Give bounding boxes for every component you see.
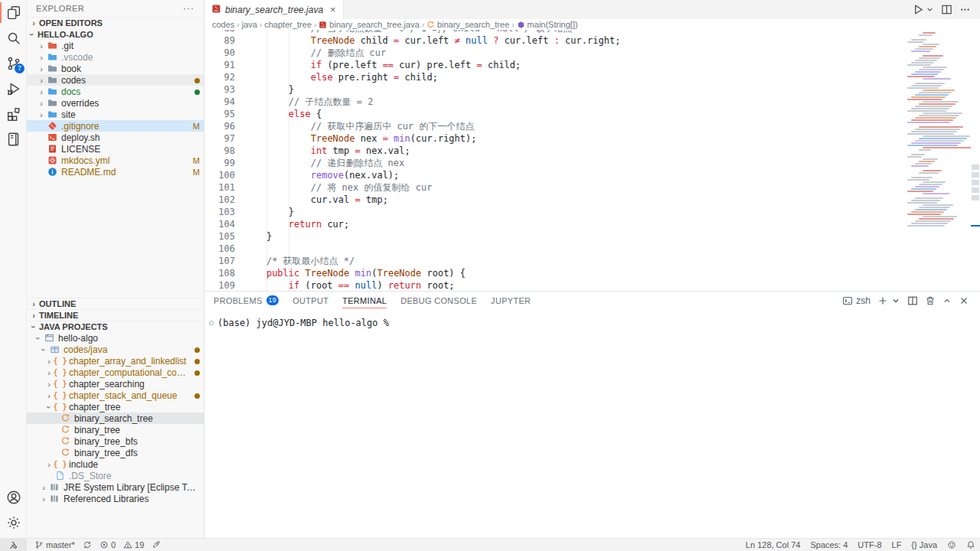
panel-tab-jupyter[interactable]: JUPYTER	[491, 292, 531, 309]
status-notifications[interactable]	[966, 540, 975, 549]
build-tools-indicator[interactable]	[0, 539, 27, 551]
java-icon	[318, 21, 327, 29]
timeline-header[interactable]: › TIMELINE	[27, 309, 204, 321]
terminal-shell-selector[interactable]: zsh	[842, 295, 871, 306]
line-number: 88	[204, 30, 235, 34]
kill-terminal-button[interactable]	[925, 295, 936, 306]
panel-tab-problems[interactable]: PROBLEMS19	[214, 292, 279, 309]
more-actions-button[interactable]	[959, 4, 971, 15]
breadcrumb-separator: ›	[511, 21, 514, 29]
file-mkdocs-yml[interactable]: mkdocs.ymlM	[27, 155, 204, 166]
close-icon[interactable]: ×	[330, 4, 336, 15]
status-java-mode[interactable]	[152, 540, 161, 549]
breadcrumb-main-string-[interactable]: main(String[])	[517, 20, 578, 29]
item-label: deploy.sh	[61, 132, 200, 143]
breadcrumb-label: codes	[212, 20, 234, 29]
breadcrumb-codes[interactable]: codes	[212, 20, 234, 29]
file-readme-md[interactable]: README.mdM	[27, 166, 204, 178]
java-item--ds-store[interactable]: .DS_Store	[27, 470, 204, 481]
run-dropdown-button[interactable]	[926, 5, 934, 14]
line-number: 102	[204, 194, 235, 205]
breadcrumb-chapter-tree[interactable]: chapter_tree	[264, 20, 312, 29]
java-item-chapter-stack-and-queue[interactable]: ›{ }chapter_stack_and_queue	[27, 390, 204, 401]
run-button[interactable]	[913, 4, 924, 15]
java-item-chapter-searching[interactable]: ›{ }chapter_searching	[27, 378, 204, 390]
split-editor-button[interactable]	[941, 4, 952, 15]
project-root-header[interactable]: › HELLO-ALGO	[27, 28, 204, 40]
code-line-100: 100 remove(nex.val);	[204, 169, 907, 181]
tab-binary-search-tree-java[interactable]: binary_search_tree.java ×	[204, 0, 344, 19]
panel-tab-terminal[interactable]: TERMINAL	[342, 292, 387, 309]
terminal-dropdown-button[interactable]	[891, 296, 900, 305]
folder-icon	[47, 64, 58, 74]
file-book[interactable]: ›book	[27, 63, 204, 74]
file--git[interactable]: ›.git	[27, 40, 204, 51]
chevron-right-icon: ›	[36, 110, 47, 119]
java-item-include[interactable]: ›{ }include	[27, 458, 204, 470]
status-errors[interactable]: 0	[100, 540, 116, 549]
breadcrumb-binary-search-tree-java[interactable]: binary_search_tree.java	[318, 20, 419, 29]
status-warnings[interactable]: 19	[123, 540, 144, 549]
status-encoding[interactable]: UTF-8	[858, 540, 881, 549]
status-feedback[interactable]	[947, 540, 956, 549]
yml-icon	[47, 155, 57, 165]
panel-tab-debug-console[interactable]: DEBUG CONSOLE	[400, 292, 477, 309]
status-sync[interactable]	[83, 540, 92, 549]
java-item-chapter-tree[interactable]: ›{ }chapter_tree	[27, 401, 204, 412]
item-label: .gitignore	[61, 121, 187, 132]
java-item-binary-tree-bfs[interactable]: binary_tree_bfs	[27, 435, 204, 447]
breadcrumb-label: binary_search_tree.java	[329, 20, 419, 29]
split-terminal-button[interactable]	[907, 295, 918, 306]
java-item-referenced-libraries[interactable]: ›Referenced Libraries	[27, 493, 204, 504]
terminal-content[interactable]: (base) jyd@JYD-MBP hello-algo %	[209, 318, 980, 328]
java-item-chapter-array-and-linkedlist[interactable]: ›{ }chapter_array_and_linkedlist	[27, 355, 204, 367]
file-license[interactable]: LICENSE	[27, 143, 204, 155]
close-panel-button[interactable]	[959, 295, 969, 306]
status-eol[interactable]: LF	[892, 540, 902, 549]
file-site[interactable]: ›site	[27, 109, 204, 120]
project-icon	[44, 333, 55, 344]
file--gitignore[interactable]: .gitignoreM	[27, 120, 204, 132]
java-item-binary-tree-dfs[interactable]: binary_tree_dfs	[27, 447, 204, 458]
open-editors-header[interactable]: › OPEN EDITORS	[27, 17, 204, 28]
item-label: README.md	[61, 167, 187, 178]
file-docs[interactable]: ›docs	[27, 86, 204, 97]
activity-bar-extensions[interactable]	[0, 101, 27, 126]
file-deploy-sh[interactable]: deploy.sh	[27, 132, 204, 143]
chevron-right-icon: ›	[38, 494, 49, 504]
breadcrumb-binary-search-tree[interactable]: binary_search_tree	[426, 20, 509, 29]
java-item-binary-tree[interactable]: binary_tree	[27, 424, 204, 435]
more-actions-icon[interactable]: ···	[183, 3, 194, 14]
maximize-panel-button[interactable]	[942, 296, 952, 305]
file-codes[interactable]: ›codes	[27, 74, 204, 86]
status-branch[interactable]: master*	[34, 540, 75, 549]
activity-bar: 7	[0, 0, 27, 538]
java-item-binary-search-tree[interactable]: binary_search_tree	[27, 412, 204, 424]
activity-bar-source-control[interactable]: 7	[0, 51, 27, 76]
file-overrides[interactable]: ›overrides	[27, 97, 204, 109]
code-editor[interactable]: 88 // 当子结点数量 = 0 / 1 时, child = null / 该…	[204, 30, 907, 291]
java-item-hello-algo[interactable]: ›hello-algo	[27, 332, 204, 344]
activity-bar-notebook[interactable]	[0, 126, 27, 152]
activity-bar-search[interactable]	[0, 25, 27, 51]
activity-bar-explorer[interactable]	[0, 0, 27, 25]
activity-bar-account[interactable]	[0, 484, 27, 510]
minimap[interactable]	[907, 30, 971, 291]
panel-tab-output[interactable]: OUTPUT	[292, 292, 328, 309]
project-icon	[44, 333, 54, 343]
java-item-codes-java[interactable]: ›codes/java	[27, 344, 204, 355]
java-item-chapter-computational-complexity[interactable]: ›{ }chapter_computational_complexity	[27, 367, 204, 378]
file--vscode[interactable]: ›.vscode	[27, 51, 204, 63]
outline-header[interactable]: › OUTLINE	[27, 298, 204, 309]
breadcrumb-label: java	[242, 20, 257, 29]
java-projects-header[interactable]: › JAVA PROJECTS	[27, 321, 204, 332]
breadcrumb-java[interactable]: java	[242, 20, 257, 29]
status-cursor-position[interactable]: Ln 128, Col 74	[746, 540, 801, 549]
activity-bar-settings[interactable]	[0, 510, 27, 535]
java-item-jre-system-library-eclipse-temurin-17-17-[interactable]: ›JRE System Library [Eclipse Temurin 17 …	[27, 481, 204, 493]
status-indentation[interactable]: Spaces: 4	[810, 540, 848, 549]
line-number: 91	[204, 60, 235, 70]
status-language[interactable]: {} Java	[911, 540, 937, 549]
new-terminal-button[interactable]	[877, 295, 888, 306]
activity-bar-run-debug[interactable]	[0, 76, 27, 101]
